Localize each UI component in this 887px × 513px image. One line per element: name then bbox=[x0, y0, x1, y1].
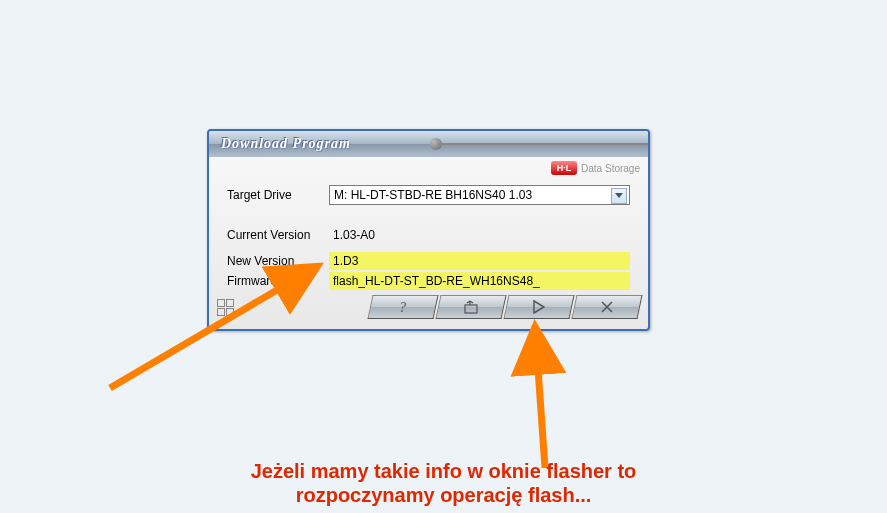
firmware-file-label: Firmware File bbox=[227, 274, 329, 288]
cancel-button[interactable] bbox=[571, 295, 642, 319]
firmware-file-row: Firmware File flash_HL-DT-ST_BD-RE_WH16N… bbox=[227, 271, 630, 291]
download-program-dialog: Download Program H·L Data Storage Target… bbox=[207, 129, 650, 331]
start-button[interactable] bbox=[503, 295, 574, 319]
target-drive-row: Target Drive M: HL-DT-STBD-RE BH16NS40 1… bbox=[227, 185, 630, 205]
button-bar: ? bbox=[209, 291, 648, 323]
dropdown-arrow-icon[interactable] bbox=[611, 188, 627, 204]
target-drive-label: Target Drive bbox=[227, 188, 329, 202]
new-version-value: 1.D3 bbox=[329, 252, 630, 270]
svg-line-3 bbox=[535, 326, 545, 468]
svg-rect-1 bbox=[465, 305, 477, 313]
brand-text: Data Storage bbox=[581, 163, 640, 174]
titlebar[interactable]: Download Program bbox=[209, 131, 648, 157]
help-button[interactable]: ? bbox=[367, 295, 438, 319]
play-icon bbox=[533, 300, 545, 314]
annotation-text-line2: rozpoczynamy operację flash... bbox=[0, 484, 887, 507]
new-version-label: New Version bbox=[227, 254, 329, 268]
brand-area: H·L Data Storage bbox=[551, 161, 640, 175]
firmware-file-value: flash_HL-DT-ST_BD-RE_WH16NS48_ bbox=[329, 272, 630, 290]
help-icon: ? bbox=[396, 299, 410, 315]
brand-logo: H·L bbox=[551, 161, 577, 175]
target-drive-dropdown[interactable]: M: HL-DT-STBD-RE BH16NS40 1.03 bbox=[329, 185, 630, 205]
annotation-text-line1: Jeżeli mamy takie info w oknie flasher t… bbox=[0, 460, 887, 483]
annotation-arrow-right bbox=[495, 318, 575, 478]
new-version-row: New Version 1.D3 bbox=[227, 251, 630, 271]
titlebar-decoration-line bbox=[438, 143, 648, 145]
dialog-content: Target Drive M: HL-DT-STBD-RE BH16NS40 1… bbox=[209, 157, 648, 299]
current-version-value: 1.03-A0 bbox=[329, 226, 630, 244]
current-version-row: Current Version 1.03-A0 bbox=[227, 225, 630, 245]
close-icon bbox=[601, 301, 613, 313]
window-title: Download Program bbox=[221, 136, 351, 152]
browse-button[interactable] bbox=[435, 295, 506, 319]
target-drive-value: M: HL-DT-STBD-RE BH16NS40 1.03 bbox=[334, 188, 532, 202]
current-version-label: Current Version bbox=[227, 228, 329, 242]
window-grid-icon[interactable] bbox=[217, 299, 234, 316]
svg-text:?: ? bbox=[399, 300, 406, 315]
browse-icon bbox=[463, 300, 479, 314]
